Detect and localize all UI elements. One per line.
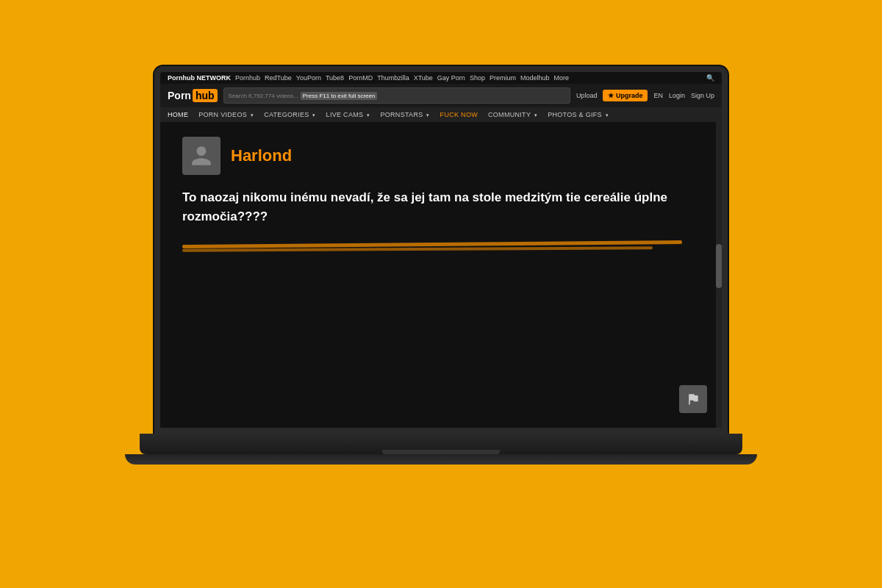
nav-porn-videos[interactable]: PORN VIDEOS ▾: [198, 111, 254, 118]
upload-button[interactable]: Upload: [576, 92, 598, 99]
network-link-tube8[interactable]: Tube8: [326, 74, 344, 82]
network-link-pornmd[interactable]: PornMD: [348, 74, 373, 82]
network-link-more[interactable]: More: [553, 74, 569, 82]
f11-badge: Press F11 to exit full screen: [301, 92, 378, 100]
laptop-base: [140, 434, 742, 454]
nav-community[interactable]: COMMUNITY ▾: [488, 111, 537, 118]
laptop-screen: Pornhub NETWORK Pornhub RedTube YouPorn …: [154, 66, 728, 434]
search-placeholder-text: Search 6,792,774 videos...: [229, 93, 298, 99]
flag-icon: [686, 392, 700, 406]
nav-live-cams[interactable]: LIVE CAMS ▾: [326, 111, 370, 118]
network-link-pornhub[interactable]: Pornhub: [235, 74, 260, 82]
network-links: Pornhub RedTube YouPorn Tube8 PornMD Thu…: [235, 74, 569, 82]
avatar: [182, 137, 220, 175]
flag-button[interactable]: [679, 385, 707, 413]
nav-pornstars[interactable]: PORNSTARS ▾: [380, 111, 429, 118]
network-link-thumbzilla[interactable]: Thumbzilla: [377, 74, 409, 82]
network-label: Pornhub NETWORK: [168, 74, 231, 82]
nav-photos-gifs[interactable]: PHOTOS & GIFS ▾: [548, 111, 609, 118]
logo-porn: Porn: [168, 90, 191, 101]
network-link-xtube[interactable]: XTube: [414, 74, 433, 82]
login-link[interactable]: Login: [669, 92, 685, 99]
screen-content: Pornhub NETWORK Pornhub RedTube YouPorn …: [160, 72, 722, 428]
search-icon: 🔍: [706, 74, 714, 82]
username: Harlond: [231, 146, 292, 165]
signup-link[interactable]: Sign Up: [691, 92, 714, 99]
avatar-icon: [190, 144, 213, 168]
network-link-shop[interactable]: Shop: [470, 74, 485, 82]
network-link-modelhub[interactable]: Modelhub: [520, 74, 550, 82]
network-link-gayporn[interactable]: Gay Porn: [437, 74, 465, 82]
network-link-youporn[interactable]: YouPorn: [296, 74, 321, 82]
main-content: Harlond To naozaj nikomu inému nevadí, ž…: [160, 122, 722, 428]
network-bar: Pornhub NETWORK Pornhub RedTube YouPorn …: [160, 72, 722, 84]
scrollbar[interactable]: [716, 122, 722, 428]
comment-text: To naozaj nikomu inému nevadí, že sa jej…: [182, 188, 700, 226]
search-bar[interactable]: Search 6,792,774 videos... Press F11 to …: [223, 87, 570, 104]
network-link-premium[interactable]: Premium: [490, 74, 516, 82]
scrollbar-thumb[interactable]: [716, 244, 722, 288]
nav-fuck-now[interactable]: FUCK NOW: [440, 111, 478, 118]
user-row: Harlond: [182, 137, 700, 175]
lang-selector[interactable]: EN: [653, 92, 663, 99]
nav-categories[interactable]: CATEGORIES ▾: [264, 111, 315, 118]
network-link-redtube[interactable]: RedTube: [265, 74, 292, 82]
logo-hub: hub: [193, 89, 218, 102]
logo: Porn hub: [168, 89, 218, 102]
header-right: EN Login Sign Up: [653, 92, 714, 99]
header-bar: Porn hub Search 6,792,774 videos... Pres…: [160, 84, 722, 107]
nav-home[interactable]: HOME: [168, 111, 188, 118]
nav-bar: HOME PORN VIDEOS ▾ CATEGORIES ▾ LIVE CAM…: [160, 107, 722, 122]
laptop: Pornhub NETWORK Pornhub RedTube YouPorn …: [140, 66, 742, 522]
laptop-foot: [125, 454, 757, 465]
upgrade-button[interactable]: ★ Upgrade: [603, 90, 648, 101]
divider-lines: [182, 240, 700, 252]
